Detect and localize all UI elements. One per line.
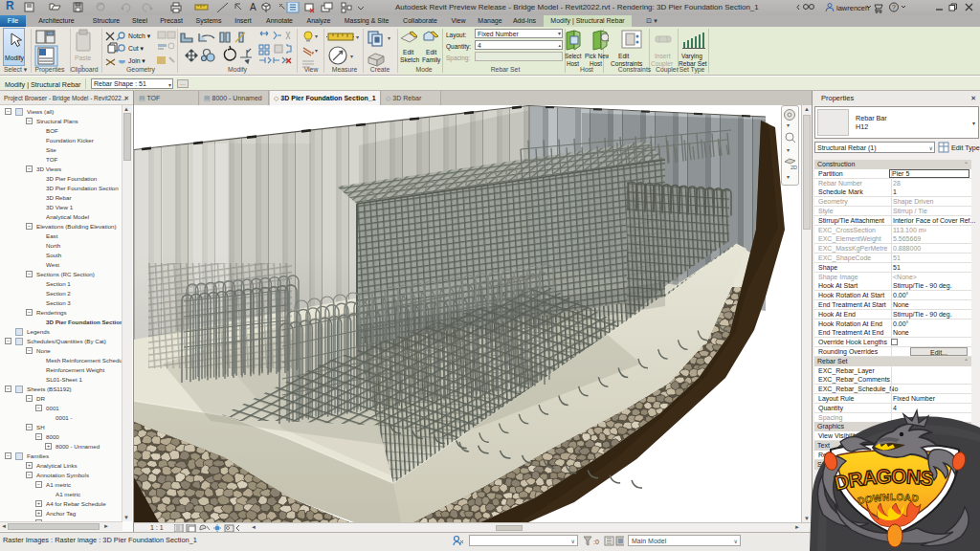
svg-text:Constraints: Constraints [611,60,643,67]
svg-text:Edit: Edit [618,53,630,59]
svg-text:lawrenceh: lawrenceh [836,4,869,12]
svg-text:Family: Family [422,56,441,64]
svg-text:Pick New: Pick New [585,53,609,59]
svg-text:▾: ▾ [80,63,83,69]
svg-text:Insert: Insert [655,53,671,59]
svg-text:Sketch: Sketch [400,56,419,63]
svg-text:Edit: Edit [426,49,437,55]
svg-text:▾: ▾ [388,35,390,41]
svg-text:▾: ▾ [787,174,790,180]
svg-text:▾: ▾ [315,33,318,39]
svg-text:Rebar Set: Rebar Set [679,60,707,67]
svg-text:Paste: Paste [75,55,92,61]
svg-text:Modify: Modify [5,55,24,62]
svg-text:Notch ▾: Notch ▾ [128,33,151,39]
svg-text:Host: Host [567,60,579,67]
svg-text:▾: ▾ [350,54,353,59]
svg-text:Edit: Edit [403,49,414,55]
svg-text:?: ? [892,4,896,11]
svg-text:▾: ▾ [356,34,359,40]
svg-text:Select: Select [565,53,582,59]
svg-text:2D: 2D [791,165,797,170]
svg-text:A: A [250,2,256,12]
svg-text:▾: ▾ [315,48,318,54]
svg-text:Join ▾: Join ▾ [128,57,145,64]
svg-text:Host: Host [590,60,602,67]
svg-text:Varying: Varying [681,53,702,60]
svg-text:Coupler: Coupler [651,60,674,68]
svg-text:▾: ▾ [787,147,790,153]
svg-text::0: :0 [593,539,599,545]
svg-text:Cut ▾: Cut ▾ [128,45,144,52]
svg-text:▾: ▾ [787,122,790,128]
